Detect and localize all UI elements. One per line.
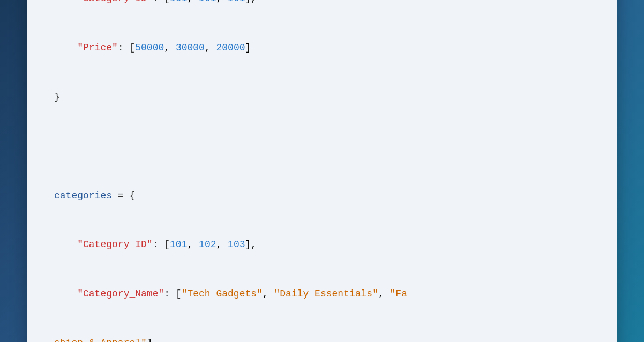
code-block: # Example structured tables products = {… [54, 0, 590, 342]
line-price: "Price": [50000, 30000, 20000] [54, 40, 590, 56]
code-container: # Example structured tables products = {… [27, 0, 617, 342]
line-products-close: } [54, 89, 590, 106]
line-cat-id: "Category_ID": [101, 102, 103], [54, 236, 590, 253]
line-empty-1 [54, 138, 590, 155]
line-categories-decl: categories = { [54, 188, 590, 204]
cat-id-key: "Category_ID" [77, 239, 152, 250]
close-brace-1: } [54, 92, 60, 102]
cat-name-key: "Category_Name" [77, 288, 164, 299]
categories-var: categories [54, 190, 112, 201]
line-category-id: "Category_ID": [101, 101, 101], [54, 0, 590, 7]
price-key: "Price" [77, 42, 118, 53]
line-cat-name-2: shion & Apparel"] [54, 335, 590, 342]
line-cat-name-1: "Category_Name": ["Tech Gadgets", "Daily… [54, 286, 590, 302]
category-id-key: "Category_ID" [77, 0, 152, 4]
